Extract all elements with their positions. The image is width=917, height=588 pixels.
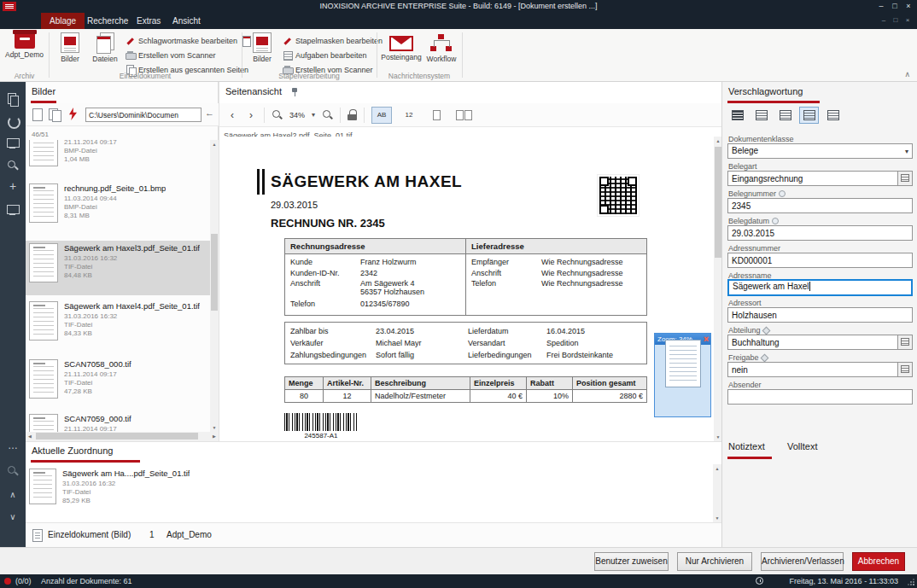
new-document-icon[interactable] <box>30 108 44 121</box>
zoom-area-icon[interactable] <box>322 109 333 120</box>
tab-ansicht[interactable]: Ansicht <box>164 13 209 29</box>
chevron-up-icon[interactable]: ∧ <box>6 488 20 502</box>
pin-icon[interactable] <box>289 87 300 97</box>
stapelmasken-bearbeiten-button[interactable]: Stapelmasken bearbeiten <box>283 34 383 47</box>
next-page-icon[interactable]: › <box>245 109 257 121</box>
adressname-input[interactable]: Sägewerk am Haxel <box>727 279 913 296</box>
zoom-icon[interactable] <box>272 109 283 120</box>
doc-restore-icon[interactable]: □ <box>890 13 902 28</box>
documents-icon[interactable] <box>6 92 20 106</box>
aufgaben-bearbeiten-button[interactable]: Aufgaben bearbeiten <box>283 49 367 61</box>
mask-columns-view-icon[interactable] <box>775 107 795 124</box>
scroll-thumb[interactable] <box>211 234 218 311</box>
view-multi-page-button[interactable] <box>453 107 474 124</box>
bilder-button[interactable]: Bilder <box>54 32 86 63</box>
scroll-up-icon[interactable]: ▲ <box>713 464 721 473</box>
freigabe-lookup-button[interactable] <box>897 363 912 376</box>
abteilung-input[interactable] <box>727 335 913 350</box>
overflow-dots-icon[interactable]: … <box>6 439 20 452</box>
list-item[interactable]: Sägewerk am Haxel4.pdf_Seite_01.tif 31.0… <box>26 299 210 353</box>
enter-path-icon[interactable]: ← <box>205 108 214 118</box>
list-item-selected[interactable]: Sägewerk am Haxel3.pdf_Seite_01.tif 31.0… <box>26 241 210 295</box>
archive-and-leave-button[interactable]: Archivieren/Verlassen <box>761 552 844 571</box>
lock-icon[interactable] <box>348 109 357 120</box>
invoice-date: 29.03.2015 <box>271 200 318 210</box>
cancel-button[interactable]: Abbrechen <box>852 552 905 571</box>
view-mode-text-button[interactable]: AB <box>371 107 392 124</box>
list-item[interactable]: rechnung.pdf_Seite_01.bmp 11.03.2014 09:… <box>26 181 210 236</box>
sync-icon[interactable] <box>6 114 20 128</box>
search-icon[interactable] <box>6 159 20 172</box>
path-input[interactable] <box>85 108 202 122</box>
invoice-item-row: 80 12 Nadelholz/Festmeter 40 € 10% 2880 … <box>285 390 647 403</box>
quick-import-icon[interactable] <box>67 108 80 121</box>
field-label-abteilung: Abteilung <box>728 326 769 335</box>
list-item[interactable]: SCAN7058_000.tif 21.11.2014 09:17 TIF-Da… <box>26 357 210 411</box>
zoom-close-icon[interactable]: × <box>704 334 709 345</box>
belegart-lookup-button[interactable] <box>897 172 912 185</box>
scroll-left-icon[interactable]: ◀ <box>26 432 34 441</box>
tab-notiztext[interactable]: Notiztext <box>728 441 765 451</box>
viewer-icon[interactable] <box>6 137 20 150</box>
belegdatum-input[interactable] <box>727 225 913 241</box>
footer-count: 1 <box>149 530 155 539</box>
workstation-icon[interactable] <box>6 203 20 217</box>
task-list-icon <box>283 50 292 60</box>
doc-minimize-icon[interactable]: – <box>878 13 890 28</box>
copy-pages-icon[interactable] <box>48 108 61 121</box>
belegart-input[interactable] <box>727 171 913 186</box>
freigabe-input[interactable] <box>727 362 913 377</box>
bilder-horizontal-scrollbar[interactable]: ◀ ▶ <box>26 432 219 441</box>
list-item[interactable]: 21.11.2014 09:17 BMP-Datei 1,04 MB <box>26 140 210 179</box>
stapel-bilder-button[interactable]: Bilder <box>246 32 278 63</box>
minimize-icon[interactable]: – <box>874 0 888 13</box>
scroll-thumb[interactable] <box>36 433 198 440</box>
list-item[interactable]: SCAN7059_000.tif 21.11.2014 09:17 TIF-Da… <box>26 411 210 432</box>
zoom-dropdown-icon[interactable]: ▾ <box>312 111 315 119</box>
posteingang-button[interactable]: Posteingang <box>379 32 423 61</box>
schlagwortmaske-bearbeiten-button[interactable]: Schlagwortmaske bearbeiten <box>126 34 250 47</box>
close-icon[interactable]: × <box>902 0 915 13</box>
collapse-ribbon-icon[interactable]: ∧ <box>904 70 910 79</box>
mask-table-view-icon[interactable] <box>751 107 771 124</box>
group-label-stapelverarbeitung: Stapelverarbeitung <box>242 72 377 80</box>
scroll-down-icon[interactable]: ▼ <box>210 423 219 432</box>
archive-adpt-demo-button[interactable]: Adpt_Demo <box>5 32 44 59</box>
scroll-thumb[interactable] <box>715 147 721 258</box>
mask-list-view-icon[interactable] <box>799 107 819 124</box>
zoom-level[interactable]: 34% <box>289 111 305 119</box>
archive-only-button[interactable]: Nur Archivieren <box>677 552 752 571</box>
view-single-page-button[interactable] <box>426 107 447 124</box>
adressort-input[interactable] <box>727 307 913 323</box>
dokumentenklasse-select[interactable]: Belege ▾ <box>727 143 913 159</box>
mask-details-view-icon[interactable] <box>823 107 843 124</box>
zuordnung-vertical-scrollbar[interactable]: ▲ ▼ <box>713 464 721 522</box>
scroll-up-icon[interactable]: ▲ <box>210 140 219 148</box>
resize-grip[interactable] <box>907 578 914 585</box>
add-icon[interactable]: + <box>6 179 20 193</box>
bilder-vertical-scrollbar[interactable]: ▲ ▼ <box>210 140 219 432</box>
workflow-button[interactable]: Workflow <box>423 32 459 63</box>
status-icon <box>4 578 11 585</box>
chevron-down-icon: ▾ <box>905 145 908 159</box>
view-mode-numbers-button[interactable]: 12 <box>399 107 419 124</box>
dateien-button[interactable]: Dateien <box>88 32 122 63</box>
tab-volltext[interactable]: Volltext <box>787 441 817 451</box>
absender-input[interactable] <box>727 389 913 405</box>
ribbon-group-nachrichtensystem: Posteingang Workflow Nachrichtensystem <box>377 29 462 81</box>
abteilung-lookup-button[interactable] <box>897 335 912 349</box>
erstellen-vom-scanner-button[interactable]: Erstellen vom Scanner <box>126 49 216 61</box>
doc-close-icon[interactable]: × <box>902 13 914 28</box>
scroll-right-icon[interactable]: ▶ <box>210 432 219 441</box>
chevron-down-icon[interactable]: ∨ <box>6 510 20 524</box>
assign-user-button[interactable]: Benutzer zuweisen <box>594 552 669 571</box>
zuordnung-list-item[interactable]: Sägewerk am Ha....pdf_Seite_01.tif 31.03… <box>26 466 709 521</box>
maximize-icon[interactable]: □ <box>888 0 902 13</box>
search-dim-icon[interactable] <box>6 464 20 478</box>
mask-grid-view-icon[interactable] <box>727 107 747 124</box>
adressnummer-input[interactable] <box>727 253 913 268</box>
zoom-overlay-window[interactable]: Zoom: 34% × <box>654 333 711 417</box>
previous-page-icon[interactable]: ‹ <box>226 109 238 121</box>
scroll-down-icon[interactable]: ▼ <box>713 514 721 522</box>
belegnummer-input[interactable] <box>727 198 913 213</box>
